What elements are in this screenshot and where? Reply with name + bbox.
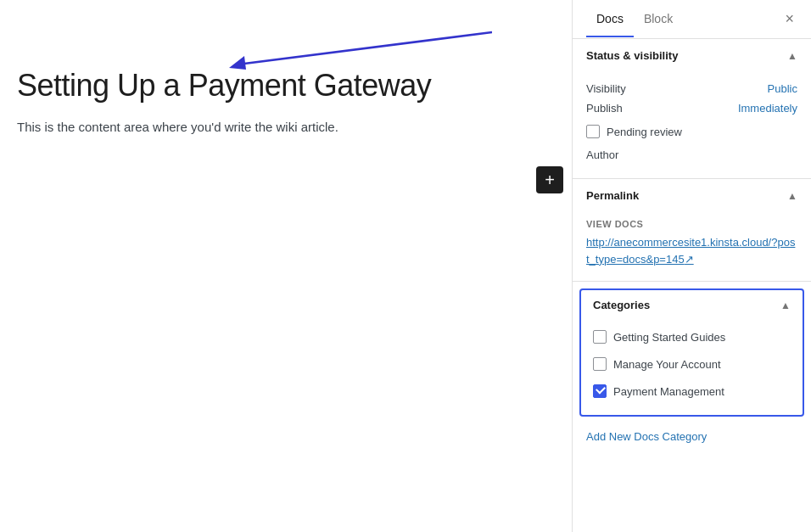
author-row: Author [586,145,797,165]
category-label-2: Payment Management [613,385,724,398]
categories-body: Getting Started Guides Manage Your Accou… [581,320,803,415]
permalink-section: Permalink ▲ VIEW DOCS http://anecommerce… [573,179,811,282]
svg-line-0 [238,32,492,64]
pending-review-label: Pending review [607,126,682,138]
add-new-category-link[interactable]: Add New Docs Category [573,423,811,453]
page-content: This is the content area where you'd wri… [17,117,538,137]
permalink-title: Permalink [586,189,639,202]
permalink-url-text: http://anecommercesite1.kinsta.cloud/?po… [586,236,795,266]
status-visibility-title: Status & visibility [586,49,678,62]
tab-docs[interactable]: Docs [586,2,634,37]
status-visibility-body: Visibility Public Publish Immediately Pe… [573,72,811,178]
visibility-row: Visibility Public [586,79,797,98]
author-label: Author [586,148,618,161]
permalink-header[interactable]: Permalink ▲ [573,179,811,212]
publish-value[interactable]: Immediately [738,102,797,115]
categories-chevron-up-icon: ▲ [780,300,791,311]
add-block-button[interactable]: + [536,166,563,193]
status-visibility-section: Status & visibility ▲ Visibility Public … [573,39,811,179]
category-item-0: Getting Started Guides [593,323,791,350]
category-item-2: Payment Management [593,378,791,405]
pending-review-checkbox[interactable] [586,125,600,138]
visibility-label: Visibility [586,82,626,95]
visibility-value[interactable]: Public [768,82,797,95]
category-checkbox-0[interactable] [593,330,607,344]
pending-review-row: Pending review [586,118,797,145]
close-button[interactable]: × [781,7,797,31]
arrow-annotation [76,24,492,75]
category-item-1: Manage Your Account [593,350,791,378]
tab-block[interactable]: Block [634,2,683,37]
content-area: Setting Up a Payment Gateway This is the… [0,0,572,532]
publish-row: Publish Immediately [586,98,797,118]
sidebar: Docs Block × Status & visibility ▲ Visib… [572,0,811,532]
category-label-1: Manage Your Account [613,358,721,371]
category-label-0: Getting Started Guides [613,331,725,344]
categories-header[interactable]: Categories ▲ [581,290,803,320]
categories-section: Categories ▲ Getting Started Guides Mana… [579,288,804,417]
permalink-url[interactable]: http://anecommercesite1.kinsta.cloud/?po… [586,236,795,266]
page-title: Setting Up a Payment Gateway [17,68,538,104]
publish-label: Publish [586,102,623,115]
category-checkbox-1[interactable] [593,357,607,371]
sidebar-header: Docs Block × [573,0,811,39]
sidebar-tabs: Docs Block [586,2,683,37]
view-docs-label: VIEW DOCS [586,219,797,229]
permalink-chevron-up-icon: ▲ [787,190,797,202]
category-checkbox-2[interactable] [593,384,607,398]
categories-title: Categories [593,299,650,311]
chevron-up-icon: ▲ [787,50,797,62]
permalink-body: VIEW DOCS http://anecommercesite1.kinsta… [573,212,811,281]
status-visibility-header[interactable]: Status & visibility ▲ [573,39,811,72]
